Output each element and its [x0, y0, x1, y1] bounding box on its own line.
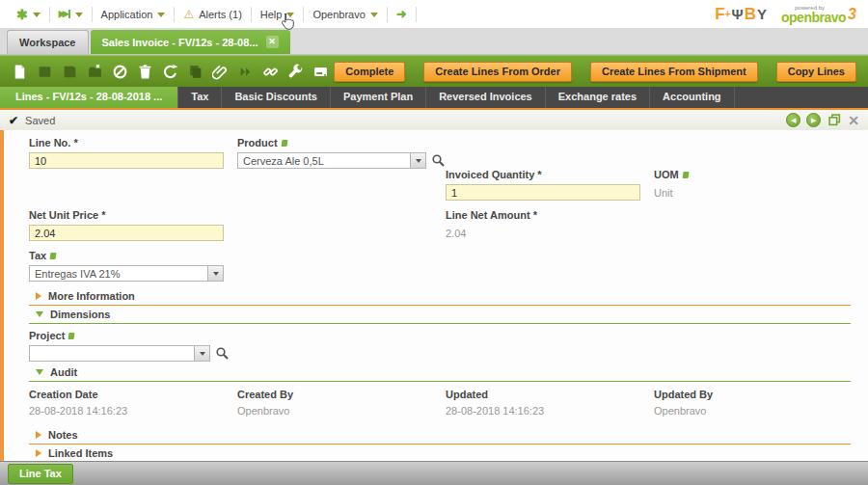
- line-net-amount-label: Line Net Amount *: [446, 209, 654, 221]
- section-dimensions: Dimensions: [29, 306, 851, 324]
- help-menu[interactable]: Help: [252, 7, 305, 22]
- subtab-tax[interactable]: Tax: [178, 87, 222, 108]
- expanded-arrow-icon: [36, 311, 43, 317]
- net-unit-price-input[interactable]: [29, 225, 224, 241]
- openbravo-app: ✱ ▶▶ Application ⚠ Alerts (1) Help Openb…: [0, 0, 868, 485]
- product-combo[interactable]: Cerveza Ale 0,5L: [237, 152, 411, 169]
- project-search-button[interactable]: [215, 346, 230, 361]
- openbravo-logo: powered by openbravo 3: [781, 5, 856, 24]
- refresh-button[interactable]: [158, 59, 182, 84]
- alerts-label: Alerts (1): [199, 9, 242, 20]
- help-menu-label: Help: [260, 9, 283, 20]
- favorites-icon: ✱: [16, 8, 28, 21]
- saved-status-label: Saved: [25, 115, 55, 126]
- favorites-menu[interactable]: ✱: [8, 7, 50, 22]
- close-tab-icon[interactable]: ✕: [266, 36, 279, 48]
- create-lines-from-shipment-button[interactable]: Create Lines From Shipment: [590, 62, 758, 82]
- audit-updated-by: Updated By Openbravo: [654, 389, 862, 417]
- section-more-information-header[interactable]: More Information: [29, 287, 851, 305]
- product-label: Product: [237, 137, 278, 148]
- export-button: [233, 59, 258, 84]
- wrench-icon: [287, 64, 304, 80]
- subtab-accounting[interactable]: Accounting: [650, 87, 735, 108]
- link-out-icon: [682, 172, 689, 178]
- edit-record-button: [33, 59, 57, 84]
- line-no-input[interactable]: [29, 152, 224, 169]
- subtab-basic-discounts[interactable]: Basic Discounts: [222, 87, 331, 108]
- maximize-form-button[interactable]: [827, 113, 842, 127]
- trash-icon: [137, 64, 153, 80]
- project-combo[interactable]: [29, 345, 195, 362]
- user-menu-label: Openbravo: [312, 9, 365, 20]
- delete-button[interactable]: [133, 59, 157, 84]
- alerts-menu[interactable]: ⚠ Alerts (1): [175, 7, 251, 22]
- section-notes-header[interactable]: Notes: [29, 426, 851, 444]
- alert-icon: ⚠: [183, 9, 194, 20]
- panel-icon: [312, 64, 329, 80]
- updated-by-value: Openbravo: [654, 405, 862, 417]
- section-more-information: More Information: [29, 287, 851, 306]
- create-lines-from-order-button[interactable]: Create Lines From Order: [423, 62, 572, 82]
- maximize-icon: [828, 114, 841, 126]
- user-menu[interactable]: Openbravo: [304, 7, 387, 22]
- section-audit: Audit: [29, 364, 851, 382]
- line-tax-tab[interactable]: Line Tax: [8, 464, 73, 484]
- complete-button[interactable]: Complete: [334, 62, 405, 82]
- openbravo-wordmark: openbravo: [781, 11, 846, 24]
- copy-lines-button[interactable]: Copy Lines: [776, 62, 856, 82]
- previous-record-button[interactable]: ◀: [786, 113, 800, 127]
- tax-dropdown-button[interactable]: [208, 265, 224, 282]
- tab-sales-invoice-label: Sales Invoice - FV/12s - 28-08...: [102, 37, 258, 48]
- created-by-label: Created By: [237, 389, 446, 400]
- bottom-tabbar: Line Tax: [0, 461, 868, 485]
- close-form-button[interactable]: ✕: [848, 114, 859, 127]
- record-statusbar: ✔ Saved ◀ ▶ ✕: [0, 108, 868, 130]
- subtab-payment-plan[interactable]: Payment Plan: [331, 87, 426, 108]
- line-no-label: Line No. *: [29, 137, 237, 148]
- section-audit-header[interactable]: Audit: [29, 364, 851, 381]
- refresh-icon: [162, 64, 178, 80]
- new-record-button[interactable]: [8, 59, 32, 84]
- tab-workspace[interactable]: Workspace: [7, 30, 89, 54]
- field-net-unit-price: Net Unit Price *: [29, 209, 237, 241]
- link-out-icon: [68, 333, 75, 339]
- cancel-button[interactable]: [108, 59, 132, 84]
- attachment-button[interactable]: [208, 59, 232, 84]
- ban-icon: [112, 64, 128, 80]
- product-dropdown-button[interactable]: [411, 152, 426, 169]
- chevron-down-icon: [33, 13, 41, 17]
- window-view-button[interactable]: [309, 59, 333, 84]
- link-button[interactable]: [258, 59, 283, 84]
- logo-letter-f: F: [715, 5, 724, 24]
- updated-value: 28-08-2018 14:16:23: [446, 405, 654, 417]
- chevron-down-icon: [213, 272, 219, 276]
- logout-button[interactable]: ➜: [388, 7, 417, 22]
- product-search-button[interactable]: [431, 153, 446, 168]
- section-linked-items-header[interactable]: Linked Items: [29, 445, 851, 462]
- creation-date-label: Creation Date: [29, 389, 237, 400]
- line-net-amount-value: 2.04: [446, 225, 654, 239]
- check-icon: ✔: [9, 114, 18, 127]
- invoiced-quantity-input[interactable]: [446, 184, 640, 201]
- section-dimensions-label: Dimensions: [50, 309, 110, 320]
- tax-combo[interactable]: Entregas IVA 21%: [29, 265, 208, 282]
- copy-record-button: [183, 59, 207, 84]
- application-menu[interactable]: Application: [93, 7, 176, 22]
- subtab-lines[interactable]: Lines - FV/12s - 28-08-2018 ...: [0, 87, 178, 108]
- section-dimensions-header[interactable]: Dimensions: [29, 306, 851, 323]
- subtab-exchange-rates[interactable]: Exchange rates: [546, 87, 650, 108]
- next-record-button[interactable]: ▶: [806, 113, 821, 127]
- quick-launch-menu[interactable]: ▶▶: [50, 7, 93, 22]
- company-logo: F+ΨBY: [715, 5, 768, 24]
- project-dropdown-button[interactable]: [195, 345, 210, 362]
- audit-updated: Updated 28-08-2018 14:16:23: [446, 389, 654, 417]
- field-uom: UOM Unit: [654, 169, 862, 201]
- created-by-value: Openbravo: [237, 405, 446, 417]
- chevron-down-icon: [286, 13, 294, 17]
- chevron-down-icon: [200, 352, 205, 356]
- tools-button[interactable]: [284, 59, 308, 84]
- dimensions-body: Project: [29, 324, 851, 364]
- subtab-reversed-invoices[interactable]: Reversed Invoices: [426, 87, 546, 108]
- tab-sales-invoice[interactable]: Sales Invoice - FV/12s - 28-08... ✕: [91, 30, 290, 54]
- chevron-down-icon: [75, 13, 83, 17]
